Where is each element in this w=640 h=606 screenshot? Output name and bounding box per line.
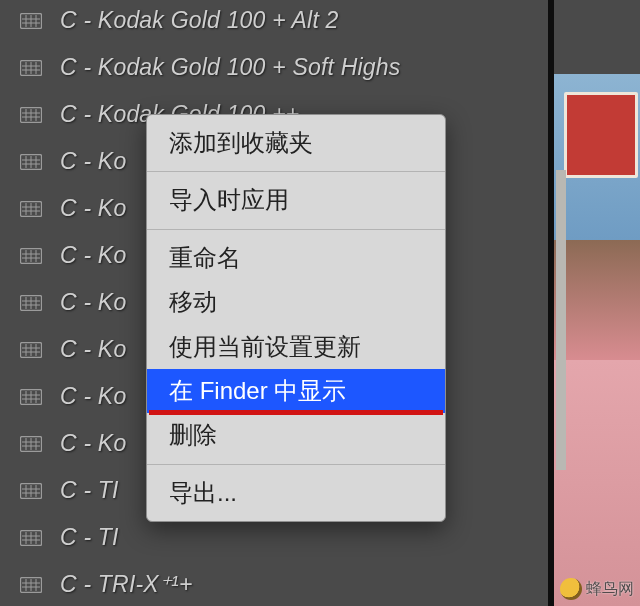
menu-separator: [147, 464, 445, 465]
preset-grid-icon: [20, 60, 42, 76]
preset-grid-icon: [20, 201, 42, 217]
menu-update-current[interactable]: 使用当前设置更新: [147, 325, 445, 369]
watermark-text: 蜂鸟网: [586, 579, 634, 600]
menu-export[interactable]: 导出...: [147, 471, 445, 515]
menu-separator: [147, 171, 445, 172]
preset-row[interactable]: C - Kodak Gold 100 + Soft Highs: [0, 44, 548, 91]
preset-label: C - Ko: [60, 289, 126, 316]
preset-label: C - Ko: [60, 195, 126, 222]
context-menu: 添加到收藏夹 导入时应用 重命名 移动 使用当前设置更新 在 Finder 中显…: [146, 114, 446, 522]
preset-grid-icon: [20, 436, 42, 452]
preset-grid-icon: [20, 107, 42, 123]
preset-label: C - Kodak Gold 100 + Soft Highs: [60, 54, 401, 81]
preset-label: C - TRI-X⁺¹+: [60, 571, 193, 598]
preset-grid-icon: [20, 483, 42, 499]
preset-grid-icon: [20, 577, 42, 593]
preset-label: C - Ko: [60, 148, 126, 175]
preview-photo: [548, 0, 640, 606]
watermark: 蜂鸟网: [560, 578, 634, 600]
annotation-red-underline: [149, 410, 443, 415]
preset-row[interactable]: C - TRI-X⁺¹+: [0, 561, 548, 606]
preset-row[interactable]: C - Kodak Gold 100 + Alt 2: [0, 0, 548, 44]
menu-show-in-finder[interactable]: 在 Finder 中显示: [147, 369, 445, 413]
preset-label: C - Ko: [60, 242, 126, 269]
preset-label: C - Ko: [60, 383, 126, 410]
preset-grid-icon: [20, 248, 42, 264]
menu-rename[interactable]: 重命名: [147, 236, 445, 280]
preset-label: C - TI: [60, 477, 119, 504]
photo-pole: [556, 170, 566, 470]
preset-label: C - Ko: [60, 430, 126, 457]
preset-grid-icon: [20, 295, 42, 311]
preset-grid-icon: [20, 530, 42, 546]
photo-sign: [564, 92, 638, 178]
preset-grid-icon: [20, 154, 42, 170]
menu-highlight-wrap: 在 Finder 中显示: [147, 369, 445, 413]
menu-separator: [147, 229, 445, 230]
preset-grid-icon: [20, 389, 42, 405]
bee-icon: [560, 578, 582, 600]
menu-delete[interactable]: 删除: [147, 413, 445, 457]
menu-apply-on-import[interactable]: 导入时应用: [147, 178, 445, 222]
preset-label: C - TI: [60, 524, 119, 551]
preset-grid-icon: [20, 342, 42, 358]
preset-label: C - Ko: [60, 336, 126, 363]
preset-label: C - Kodak Gold 100 + Alt 2: [60, 7, 339, 34]
preset-grid-icon: [20, 13, 42, 29]
menu-move[interactable]: 移动: [147, 280, 445, 324]
menu-add-favorites[interactable]: 添加到收藏夹: [147, 121, 445, 165]
